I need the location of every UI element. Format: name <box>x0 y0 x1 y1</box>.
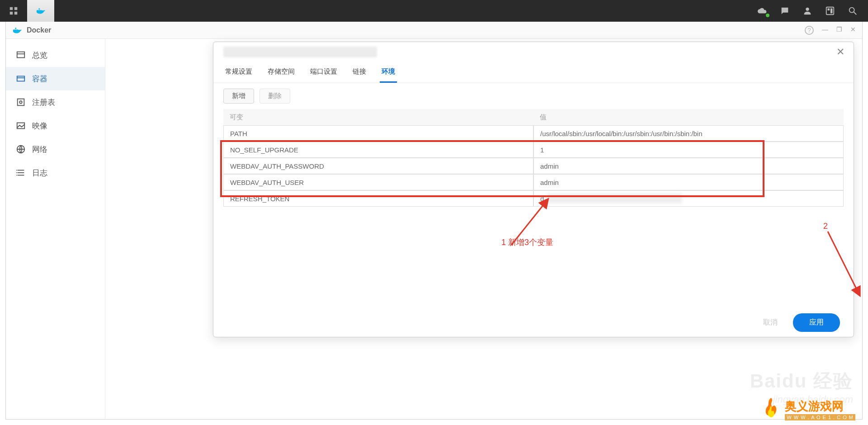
tab-general[interactable]: 常规设置 <box>223 63 254 83</box>
env-value[interactable]: /usr/local/sbin:/usr/local/bin:/usr/sbin… <box>533 125 844 142</box>
env-row[interactable]: NO_SELF_UPGRADE 1 <box>223 142 844 158</box>
svg-line-32 <box>511 200 547 245</box>
env-name[interactable]: WEBDAV_AUTH_USER <box>223 174 533 190</box>
svg-rect-7 <box>38 9 40 10</box>
sidebar-item-overview[interactable]: 总览 <box>6 43 105 67</box>
svg-rect-10 <box>828 9 830 11</box>
env-table-head: 可变 值 <box>223 109 844 125</box>
modal-header: ✕ <box>213 42 854 62</box>
flame-icon <box>762 397 780 421</box>
sidebar-label: 映像 <box>32 121 47 131</box>
modal-close-button[interactable]: ✕ <box>835 44 846 60</box>
env-toolbar: 新增 删除 <box>213 83 854 109</box>
modal-tabs: 常规设置 存储空间 端口设置 链接 环境 <box>213 63 854 83</box>
col-variable: 可变 <box>223 109 533 125</box>
site-name: 奥义游戏网 <box>785 398 855 414</box>
annotation-step2-label: 2 <box>823 222 828 231</box>
env-name[interactable]: PATH <box>223 125 533 142</box>
svg-point-29 <box>16 170 17 171</box>
env-name[interactable]: WEBDAV_AUTH_PASSWORD <box>223 158 533 174</box>
minimize-button[interactable]: — <box>822 26 828 35</box>
svg-rect-18 <box>17 52 25 58</box>
docker-content: ✕ 常规设置 存储空间 端口设置 链接 环境 新增 删除 <box>105 39 862 419</box>
add-env-button[interactable]: 新增 <box>223 89 254 104</box>
system-topbar <box>0 0 868 22</box>
status-ok-dot <box>765 13 770 18</box>
help-button[interactable]: ? <box>805 26 814 35</box>
env-table: 可变 值 PATH /usr/local/sbin:/usr/local/bin… <box>213 109 854 207</box>
cancel-button[interactable]: 取消 <box>755 314 786 331</box>
overview-icon <box>16 50 26 60</box>
docker-titlebar: Docker ? — ❐ ✕ <box>6 22 862 39</box>
env-row[interactable]: WEBDAV_AUTH_USER admin <box>223 174 844 190</box>
modal-title-redacted <box>223 47 377 57</box>
registry-icon <box>16 97 26 107</box>
svg-rect-11 <box>830 9 833 14</box>
docker-title: Docker <box>27 26 51 34</box>
svg-point-12 <box>849 8 854 13</box>
sidebar-label: 容器 <box>32 74 47 84</box>
container-settings-modal: ✕ 常规设置 存储空间 端口设置 链接 环境 新增 删除 <box>213 42 854 337</box>
env-value-redacted[interactable]: d <box>533 190 844 207</box>
sidebar-item-network[interactable]: 网络 <box>6 137 105 161</box>
search-button[interactable] <box>843 0 863 22</box>
svg-rect-2 <box>10 12 13 14</box>
delete-env-button[interactable]: 删除 <box>259 89 290 104</box>
site-watermark: 奥义游戏网 W W W . A O E 1 . C O M <box>762 397 855 421</box>
tab-links[interactable]: 链接 <box>351 63 368 83</box>
env-value[interactable]: admin <box>533 174 844 190</box>
docker-sidebar: 总览 容器 注册表 映像 <box>6 39 105 419</box>
svg-rect-1 <box>14 7 17 10</box>
svg-rect-20 <box>17 76 25 81</box>
user-icon <box>802 6 812 16</box>
env-name[interactable]: NO_SELF_UPGRADE <box>223 142 533 158</box>
svg-line-13 <box>854 12 857 15</box>
svg-rect-17 <box>15 28 16 29</box>
apply-button[interactable]: 应用 <box>793 313 840 332</box>
sidebar-label: 总览 <box>32 50 47 61</box>
svg-point-23 <box>19 101 22 104</box>
env-row[interactable]: PATH /usr/local/sbin:/usr/local/bin:/usr… <box>223 125 844 142</box>
tab-environment[interactable]: 环境 <box>380 63 397 83</box>
svg-point-8 <box>806 8 809 11</box>
env-value[interactable]: 1 <box>533 142 844 158</box>
user-button[interactable] <box>797 0 817 22</box>
tab-ports[interactable]: 端口设置 <box>308 63 339 83</box>
sidebar-item-log[interactable]: 日志 <box>6 161 105 184</box>
sidebar-label: 网络 <box>32 144 47 155</box>
annotation-arrow-2 <box>814 227 868 299</box>
apps-grid-icon <box>9 6 19 16</box>
apps-grid-button[interactable] <box>0 0 27 22</box>
sidebar-label: 日志 <box>32 168 47 178</box>
network-icon <box>16 144 26 154</box>
search-icon <box>848 6 858 16</box>
cloud-status-button[interactable] <box>752 0 772 22</box>
annotation-step1-label: 1 新增3个变量 <box>501 237 553 248</box>
svg-point-31 <box>16 175 17 176</box>
env-row[interactable]: REFRESH_TOKEN d <box>223 190 844 207</box>
modal-footer: 取消 应用 <box>213 308 854 337</box>
close-window-button[interactable]: ✕ <box>850 26 856 35</box>
env-name[interactable]: REFRESH_TOKEN <box>223 190 533 207</box>
svg-rect-0 <box>10 7 13 10</box>
svg-point-30 <box>16 172 17 173</box>
sidebar-item-image[interactable]: 映像 <box>6 114 105 137</box>
env-value[interactable]: admin <box>533 158 844 174</box>
sidebar-item-container[interactable]: 容器 <box>6 67 105 90</box>
sidebar-item-registry[interactable]: 注册表 <box>6 90 105 114</box>
docker-logo-icon <box>12 25 22 35</box>
dashboard-button[interactable] <box>820 0 840 22</box>
svg-rect-9 <box>826 7 834 15</box>
chat-button[interactable] <box>775 0 795 22</box>
site-url: W W W . A O E 1 . C O M <box>785 414 855 420</box>
col-value: 值 <box>533 109 844 125</box>
restore-button[interactable]: ❐ <box>836 26 842 35</box>
container-icon <box>16 74 26 84</box>
image-icon <box>16 121 26 131</box>
chat-icon <box>780 6 790 16</box>
env-row[interactable]: WEBDAV_AUTH_PASSWORD admin <box>223 158 844 174</box>
tab-storage[interactable]: 存储空间 <box>266 63 297 83</box>
dashboard-icon <box>825 6 835 16</box>
docker-app-button[interactable] <box>27 0 54 22</box>
svg-rect-3 <box>14 12 17 14</box>
